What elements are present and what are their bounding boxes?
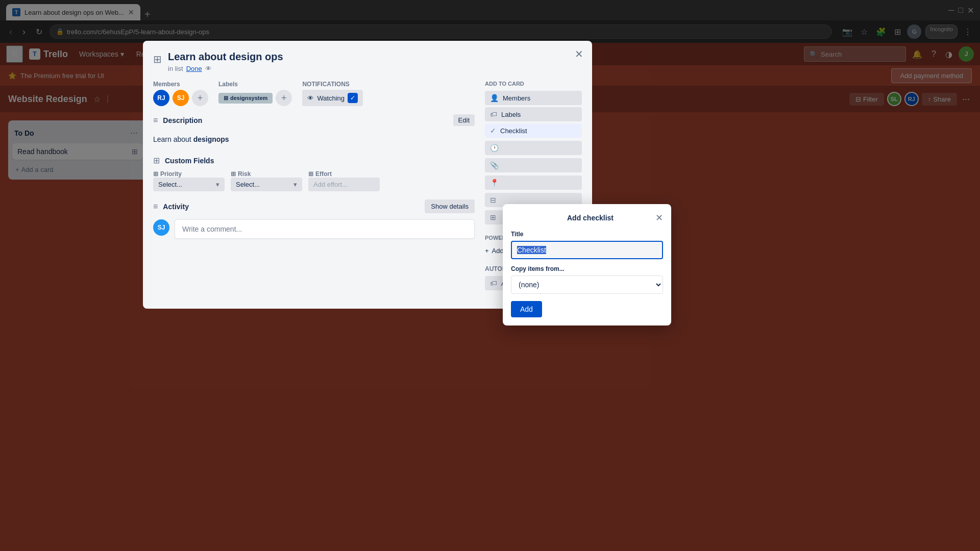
risk-arrow-icon: ▾ xyxy=(293,181,297,188)
activity-icon: ≡ xyxy=(153,202,158,211)
plus-icon: + xyxy=(485,247,489,255)
modal-header: ⊞ Learn about design ops in list Done 👁 xyxy=(153,51,582,72)
description-header: ≡ Description Edit xyxy=(153,114,475,126)
risk-select[interactable]: Select... ▾ xyxy=(231,178,302,191)
attachment-sidebar-btn[interactable]: 📎 xyxy=(485,158,582,172)
effort-input[interactable]: Add effort... xyxy=(308,178,380,191)
members-sidebar-btn[interactable]: 👤 Members xyxy=(485,91,582,105)
cover-icon: ⊞ xyxy=(490,213,496,221)
modal-close-btn[interactable]: ✕ xyxy=(572,47,586,61)
priority-icon: ⊞ xyxy=(153,170,158,178)
label-icon: ⊞ xyxy=(224,95,228,102)
description-title: Description xyxy=(163,116,202,124)
location-sidebar-btn[interactable]: 📍 xyxy=(485,176,582,190)
eye-icon: 👁 xyxy=(205,65,212,72)
show-details-btn[interactable]: Show details xyxy=(425,199,475,213)
members-icon: 👤 xyxy=(490,94,499,102)
notifications-label: Notifications xyxy=(302,81,363,88)
description-icon: ≡ xyxy=(153,116,158,125)
watching-btn[interactable]: 👁 Watching ✓ xyxy=(302,90,363,106)
custom-fields-icon: ⊞ xyxy=(153,156,160,165)
priority-field: ⊞ Priority Select... ▾ xyxy=(153,170,225,191)
popup-close-btn[interactable]: ✕ xyxy=(655,212,663,223)
popup-header: Add checklist ✕ xyxy=(511,212,663,223)
priority-arrow-icon: ▾ xyxy=(216,181,219,188)
comment-input[interactable]: Write a comment... xyxy=(175,219,475,239)
add-checklist-popup: Add checklist ✕ Title Copy items from...… xyxy=(503,204,671,325)
custom-fields-section: ⊞ Custom Fields ⊞ Priority Select... ▾ xyxy=(153,156,475,191)
attachment-icon: 📎 xyxy=(490,161,499,169)
add-checklist-btn[interactable]: Add xyxy=(511,301,542,317)
activity-title: Activity xyxy=(163,203,189,211)
activity-row: SJ Write a comment... xyxy=(153,219,475,239)
clock-icon: 🕐 xyxy=(490,144,499,152)
member-chip-sj[interactable]: SJ xyxy=(173,90,189,106)
lable-icon: 🏷 xyxy=(490,279,497,287)
location-icon: 📍 xyxy=(490,179,499,187)
copy-items-select[interactable]: (none) xyxy=(511,276,663,294)
labels-sidebar-btn[interactable]: 🏷 Labels xyxy=(485,107,582,121)
labels-label: Labels xyxy=(218,81,292,88)
date-sidebar-btn[interactable]: 🕐 xyxy=(485,141,582,155)
notifications-col: Notifications 👁 Watching ✓ xyxy=(302,81,363,106)
card-meta-row: Members RJ SJ + Labels ⊞ de xyxy=(153,81,475,106)
popup-title: Add checklist xyxy=(525,214,655,222)
card-icon: ⊞ xyxy=(153,53,162,72)
field-icon: ⊟ xyxy=(490,196,496,204)
modal-title: Learn about design ops xyxy=(168,51,283,63)
title-label: Title xyxy=(511,231,663,238)
labels-icon: 🏷 xyxy=(490,110,497,118)
eye-icon: 👁 xyxy=(307,94,314,102)
watching-check-icon: ✓ xyxy=(348,93,358,103)
checklist-sidebar-btn[interactable]: ✓ Checklist xyxy=(485,123,582,138)
risk-field: ⊞ Risk Select... ▾ xyxy=(231,170,302,191)
label-chip-designsystem[interactable]: ⊞ designsystem xyxy=(218,93,273,104)
members-row: RJ SJ + xyxy=(153,90,208,106)
priority-select[interactable]: Select... ▾ xyxy=(153,178,225,191)
member-chip-rj[interactable]: RJ xyxy=(153,90,169,106)
effort-field: ⊞ Effort Add effort... xyxy=(308,170,380,191)
list-link[interactable]: Done xyxy=(186,65,202,72)
members-col: Members RJ SJ + xyxy=(153,81,208,106)
risk-icon: ⊞ xyxy=(231,170,236,178)
add-label-btn[interactable]: + xyxy=(276,90,292,106)
priority-label: ⊞ Priority xyxy=(153,170,225,178)
comment-user-avatar: SJ xyxy=(153,219,169,236)
description-text: Learn about designops xyxy=(153,131,475,147)
checklist-title-input[interactable] xyxy=(511,241,663,259)
modal-main: Members RJ SJ + Labels ⊞ de xyxy=(153,81,475,298)
modal-subtitle: in list Done 👁 xyxy=(168,65,283,72)
copy-items-label: Copy items from... xyxy=(511,265,663,272)
effort-icon: ⊞ xyxy=(308,170,313,178)
custom-fields-header: ⊞ Custom Fields xyxy=(153,156,475,165)
custom-fields-row: ⊞ Priority Select... ▾ ⊞ Risk xyxy=(153,170,475,191)
effort-label: ⊞ Effort xyxy=(308,170,380,178)
add-to-card-heading: Add to card xyxy=(485,81,582,87)
members-label: Members xyxy=(153,81,208,88)
add-member-btn[interactable]: + xyxy=(192,90,208,106)
edit-description-btn[interactable]: Edit xyxy=(453,114,475,126)
activity-section: ≡ Activity Show details SJ Write a comme… xyxy=(153,199,475,239)
labels-col: Labels ⊞ designsystem + xyxy=(218,81,292,106)
custom-fields-title: Custom Fields xyxy=(165,157,214,165)
checklist-icon: ✓ xyxy=(490,127,496,135)
risk-label: ⊞ Risk xyxy=(231,170,302,178)
